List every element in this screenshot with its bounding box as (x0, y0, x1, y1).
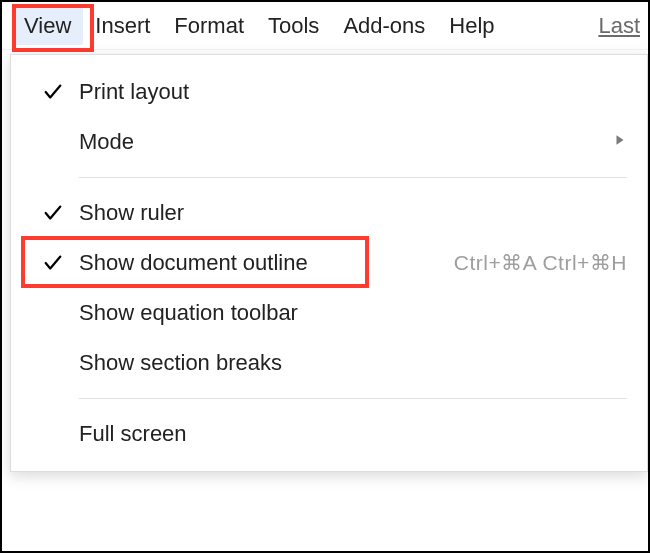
menu-addons[interactable]: Add-ons (331, 7, 437, 45)
menuitem-print-layout[interactable]: Print layout (11, 67, 647, 117)
menuitem-show-document-outline[interactable]: Show document outline Ctrl+⌘A Ctrl+⌘H (11, 238, 647, 288)
submenu-arrow-icon (613, 133, 627, 151)
menuitem-mode[interactable]: Mode (11, 117, 647, 167)
menuitem-show-section-breaks[interactable]: Show section breaks (11, 338, 647, 388)
menuitem-label: Show equation toolbar (79, 300, 298, 326)
menuitem-label: Print layout (79, 79, 189, 105)
menuitem-full-screen[interactable]: Full screen (11, 409, 647, 459)
view-dropdown: Print layout Mode Show ruler Show docume… (10, 54, 648, 472)
menu-separator (79, 398, 627, 399)
menu-last-edit[interactable]: Last (586, 7, 640, 45)
menuitem-label: Show document outline (79, 250, 308, 276)
menubar: View Insert Format Tools Add-ons Help La… (2, 2, 648, 50)
menuitem-shortcut: Ctrl+⌘A Ctrl+⌘H (454, 251, 627, 275)
menu-separator (79, 177, 627, 178)
check-icon (27, 202, 79, 224)
menuitem-label: Show ruler (79, 200, 184, 226)
menuitem-show-equation-toolbar[interactable]: Show equation toolbar (11, 288, 647, 338)
menuitem-label: Show section breaks (79, 350, 282, 376)
menu-help[interactable]: Help (437, 7, 506, 45)
menu-tools[interactable]: Tools (256, 7, 331, 45)
menuitem-show-ruler[interactable]: Show ruler (11, 188, 647, 238)
check-icon (27, 81, 79, 103)
menuitem-label: Full screen (79, 421, 187, 447)
check-icon (27, 252, 79, 274)
menu-insert[interactable]: Insert (83, 7, 162, 45)
menuitem-label: Mode (79, 129, 134, 155)
menu-view[interactable]: View (12, 7, 83, 45)
menu-format[interactable]: Format (162, 7, 256, 45)
